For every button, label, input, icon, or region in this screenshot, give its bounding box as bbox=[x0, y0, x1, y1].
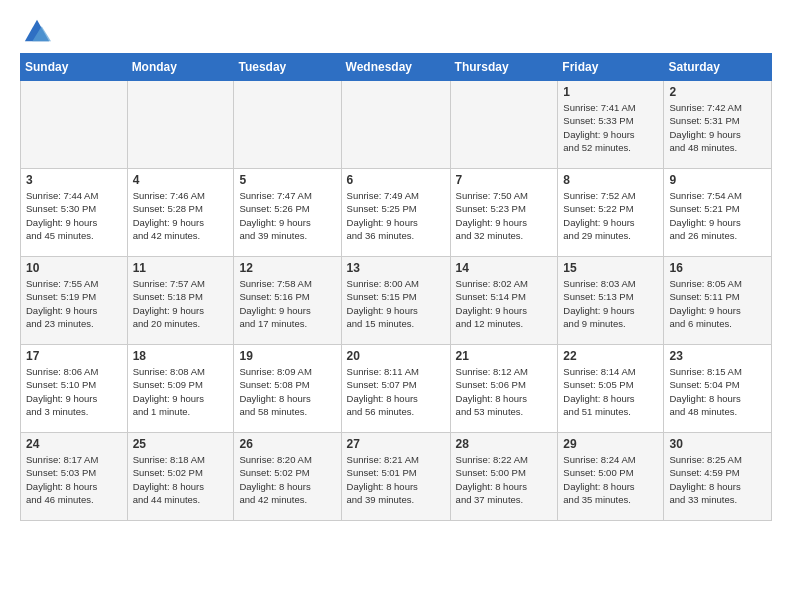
day-info: Sunrise: 7:57 AM Sunset: 5:18 PM Dayligh… bbox=[133, 277, 229, 330]
day-number: 24 bbox=[26, 437, 122, 451]
day-number: 10 bbox=[26, 261, 122, 275]
calendar-day-header: Thursday bbox=[450, 54, 558, 81]
calendar-day-cell: 8Sunrise: 7:52 AM Sunset: 5:22 PM Daylig… bbox=[558, 169, 664, 257]
day-number: 18 bbox=[133, 349, 229, 363]
logo bbox=[20, 15, 51, 43]
calendar-empty-cell bbox=[341, 81, 450, 169]
day-info: Sunrise: 8:11 AM Sunset: 5:07 PM Dayligh… bbox=[347, 365, 445, 418]
calendar-day-cell: 1Sunrise: 7:41 AM Sunset: 5:33 PM Daylig… bbox=[558, 81, 664, 169]
day-number: 29 bbox=[563, 437, 658, 451]
calendar-day-cell: 7Sunrise: 7:50 AM Sunset: 5:23 PM Daylig… bbox=[450, 169, 558, 257]
day-number: 26 bbox=[239, 437, 335, 451]
day-info: Sunrise: 8:17 AM Sunset: 5:03 PM Dayligh… bbox=[26, 453, 122, 506]
day-info: Sunrise: 7:44 AM Sunset: 5:30 PM Dayligh… bbox=[26, 189, 122, 242]
calendar-day-header: Friday bbox=[558, 54, 664, 81]
day-info: Sunrise: 8:09 AM Sunset: 5:08 PM Dayligh… bbox=[239, 365, 335, 418]
calendar-empty-cell bbox=[450, 81, 558, 169]
calendar-day-cell: 29Sunrise: 8:24 AM Sunset: 5:00 PM Dayli… bbox=[558, 433, 664, 521]
calendar-day-cell: 5Sunrise: 7:47 AM Sunset: 5:26 PM Daylig… bbox=[234, 169, 341, 257]
calendar-day-cell: 26Sunrise: 8:20 AM Sunset: 5:02 PM Dayli… bbox=[234, 433, 341, 521]
day-info: Sunrise: 8:25 AM Sunset: 4:59 PM Dayligh… bbox=[669, 453, 766, 506]
calendar-week-row: 1Sunrise: 7:41 AM Sunset: 5:33 PM Daylig… bbox=[21, 81, 772, 169]
calendar-day-cell: 12Sunrise: 7:58 AM Sunset: 5:16 PM Dayli… bbox=[234, 257, 341, 345]
day-info: Sunrise: 7:49 AM Sunset: 5:25 PM Dayligh… bbox=[347, 189, 445, 242]
day-info: Sunrise: 8:02 AM Sunset: 5:14 PM Dayligh… bbox=[456, 277, 553, 330]
day-info: Sunrise: 8:03 AM Sunset: 5:13 PM Dayligh… bbox=[563, 277, 658, 330]
day-number: 3 bbox=[26, 173, 122, 187]
day-number: 4 bbox=[133, 173, 229, 187]
day-number: 5 bbox=[239, 173, 335, 187]
calendar-day-header: Sunday bbox=[21, 54, 128, 81]
calendar-day-cell: 14Sunrise: 8:02 AM Sunset: 5:14 PM Dayli… bbox=[450, 257, 558, 345]
day-info: Sunrise: 8:06 AM Sunset: 5:10 PM Dayligh… bbox=[26, 365, 122, 418]
calendar-table: SundayMondayTuesdayWednesdayThursdayFrid… bbox=[20, 53, 772, 521]
calendar-day-header: Saturday bbox=[664, 54, 772, 81]
day-info: Sunrise: 7:58 AM Sunset: 5:16 PM Dayligh… bbox=[239, 277, 335, 330]
day-info: Sunrise: 8:08 AM Sunset: 5:09 PM Dayligh… bbox=[133, 365, 229, 418]
calendar-day-cell: 27Sunrise: 8:21 AM Sunset: 5:01 PM Dayli… bbox=[341, 433, 450, 521]
day-info: Sunrise: 7:52 AM Sunset: 5:22 PM Dayligh… bbox=[563, 189, 658, 242]
day-info: Sunrise: 7:46 AM Sunset: 5:28 PM Dayligh… bbox=[133, 189, 229, 242]
calendar-day-cell: 3Sunrise: 7:44 AM Sunset: 5:30 PM Daylig… bbox=[21, 169, 128, 257]
day-number: 13 bbox=[347, 261, 445, 275]
calendar-week-row: 24Sunrise: 8:17 AM Sunset: 5:03 PM Dayli… bbox=[21, 433, 772, 521]
calendar-empty-cell bbox=[127, 81, 234, 169]
day-number: 25 bbox=[133, 437, 229, 451]
calendar-day-cell: 4Sunrise: 7:46 AM Sunset: 5:28 PM Daylig… bbox=[127, 169, 234, 257]
day-number: 12 bbox=[239, 261, 335, 275]
calendar-day-cell: 25Sunrise: 8:18 AM Sunset: 5:02 PM Dayli… bbox=[127, 433, 234, 521]
day-number: 6 bbox=[347, 173, 445, 187]
day-number: 30 bbox=[669, 437, 766, 451]
day-number: 28 bbox=[456, 437, 553, 451]
day-info: Sunrise: 8:24 AM Sunset: 5:00 PM Dayligh… bbox=[563, 453, 658, 506]
calendar-day-cell: 21Sunrise: 8:12 AM Sunset: 5:06 PM Dayli… bbox=[450, 345, 558, 433]
calendar-day-cell: 15Sunrise: 8:03 AM Sunset: 5:13 PM Dayli… bbox=[558, 257, 664, 345]
calendar-day-cell: 13Sunrise: 8:00 AM Sunset: 5:15 PM Dayli… bbox=[341, 257, 450, 345]
calendar-day-cell: 24Sunrise: 8:17 AM Sunset: 5:03 PM Dayli… bbox=[21, 433, 128, 521]
calendar-week-row: 17Sunrise: 8:06 AM Sunset: 5:10 PM Dayli… bbox=[21, 345, 772, 433]
calendar-day-cell: 10Sunrise: 7:55 AM Sunset: 5:19 PM Dayli… bbox=[21, 257, 128, 345]
calendar-day-cell: 23Sunrise: 8:15 AM Sunset: 5:04 PM Dayli… bbox=[664, 345, 772, 433]
day-info: Sunrise: 8:14 AM Sunset: 5:05 PM Dayligh… bbox=[563, 365, 658, 418]
day-info: Sunrise: 8:12 AM Sunset: 5:06 PM Dayligh… bbox=[456, 365, 553, 418]
calendar-empty-cell bbox=[234, 81, 341, 169]
day-info: Sunrise: 8:20 AM Sunset: 5:02 PM Dayligh… bbox=[239, 453, 335, 506]
calendar-day-cell: 9Sunrise: 7:54 AM Sunset: 5:21 PM Daylig… bbox=[664, 169, 772, 257]
day-number: 16 bbox=[669, 261, 766, 275]
day-number: 2 bbox=[669, 85, 766, 99]
calendar-day-cell: 19Sunrise: 8:09 AM Sunset: 5:08 PM Dayli… bbox=[234, 345, 341, 433]
calendar-week-row: 3Sunrise: 7:44 AM Sunset: 5:30 PM Daylig… bbox=[21, 169, 772, 257]
calendar-day-cell: 11Sunrise: 7:57 AM Sunset: 5:18 PM Dayli… bbox=[127, 257, 234, 345]
calendar-day-cell: 18Sunrise: 8:08 AM Sunset: 5:09 PM Dayli… bbox=[127, 345, 234, 433]
day-info: Sunrise: 7:54 AM Sunset: 5:21 PM Dayligh… bbox=[669, 189, 766, 242]
day-number: 23 bbox=[669, 349, 766, 363]
day-number: 8 bbox=[563, 173, 658, 187]
day-number: 17 bbox=[26, 349, 122, 363]
day-info: Sunrise: 8:21 AM Sunset: 5:01 PM Dayligh… bbox=[347, 453, 445, 506]
calendar-day-cell: 20Sunrise: 8:11 AM Sunset: 5:07 PM Dayli… bbox=[341, 345, 450, 433]
day-info: Sunrise: 8:22 AM Sunset: 5:00 PM Dayligh… bbox=[456, 453, 553, 506]
day-number: 11 bbox=[133, 261, 229, 275]
calendar-day-cell: 6Sunrise: 7:49 AM Sunset: 5:25 PM Daylig… bbox=[341, 169, 450, 257]
day-info: Sunrise: 7:55 AM Sunset: 5:19 PM Dayligh… bbox=[26, 277, 122, 330]
day-number: 9 bbox=[669, 173, 766, 187]
day-info: Sunrise: 8:18 AM Sunset: 5:02 PM Dayligh… bbox=[133, 453, 229, 506]
calendar-day-cell: 28Sunrise: 8:22 AM Sunset: 5:00 PM Dayli… bbox=[450, 433, 558, 521]
calendar-empty-cell bbox=[21, 81, 128, 169]
day-number: 19 bbox=[239, 349, 335, 363]
logo-icon bbox=[23, 15, 51, 43]
calendar-day-cell: 30Sunrise: 8:25 AM Sunset: 4:59 PM Dayli… bbox=[664, 433, 772, 521]
day-info: Sunrise: 8:00 AM Sunset: 5:15 PM Dayligh… bbox=[347, 277, 445, 330]
day-number: 15 bbox=[563, 261, 658, 275]
day-number: 14 bbox=[456, 261, 553, 275]
day-info: Sunrise: 7:41 AM Sunset: 5:33 PM Dayligh… bbox=[563, 101, 658, 154]
page-container: SundayMondayTuesdayWednesdayThursdayFrid… bbox=[0, 0, 792, 531]
day-info: Sunrise: 8:05 AM Sunset: 5:11 PM Dayligh… bbox=[669, 277, 766, 330]
calendar-day-cell: 22Sunrise: 8:14 AM Sunset: 5:05 PM Dayli… bbox=[558, 345, 664, 433]
day-info: Sunrise: 7:47 AM Sunset: 5:26 PM Dayligh… bbox=[239, 189, 335, 242]
day-info: Sunrise: 7:42 AM Sunset: 5:31 PM Dayligh… bbox=[669, 101, 766, 154]
calendar-header-row: SundayMondayTuesdayWednesdayThursdayFrid… bbox=[21, 54, 772, 81]
calendar-day-header: Tuesday bbox=[234, 54, 341, 81]
day-number: 21 bbox=[456, 349, 553, 363]
calendar-day-header: Monday bbox=[127, 54, 234, 81]
